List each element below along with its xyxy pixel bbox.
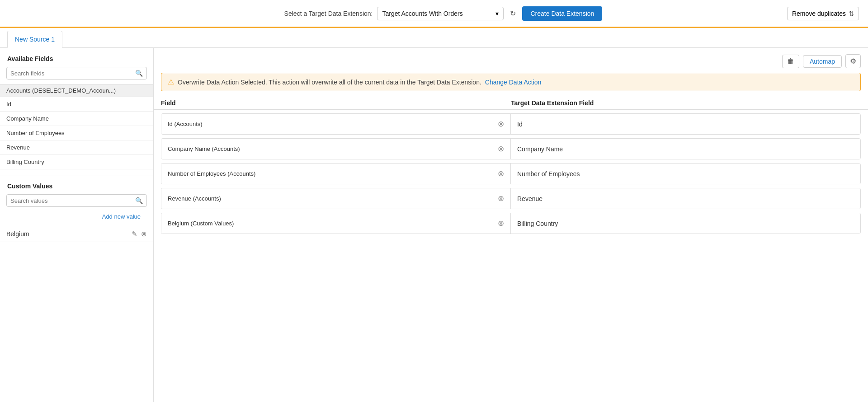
tab-new-source-1[interactable]: New Source 1 xyxy=(7,31,62,48)
edit-value-icon[interactable]: ✎ xyxy=(132,230,137,238)
change-data-action-link[interactable]: Change Data Action xyxy=(485,79,542,86)
refresh-button[interactable]: ↻ xyxy=(508,7,518,19)
custom-values-section: Custom Values 🔍 Add new value Belgium ✎ … xyxy=(0,182,153,242)
mapping-row-id: Id (Accounts) ⊗ Id xyxy=(161,113,861,135)
mapping-source-billing-country: Belgium (Custom Values) ⊗ xyxy=(161,213,511,234)
main-container: Availabe Fields 🔍 Accounts (DESELECT_DEM… xyxy=(0,48,868,402)
field-item-billing-country[interactable]: Billing Country xyxy=(0,155,153,169)
remove-mapping-billing-country[interactable]: ⊗ xyxy=(498,219,504,228)
chevron-down-icon: ▾ xyxy=(495,10,499,17)
target-field-label-company-name: Company Name xyxy=(517,145,563,153)
content-header-actions: 🗑 Automap ⚙ xyxy=(782,54,861,68)
mapping-row-revenue: Revenue (Accounts) ⊗ Revenue xyxy=(161,188,861,209)
mapping-target-billing-country: Billing Country xyxy=(511,213,860,234)
top-bar-center: Select a Target Data Extension: Target A… xyxy=(284,6,603,21)
create-extension-button[interactable]: Create Data Extension xyxy=(522,6,602,21)
search-fields-input[interactable] xyxy=(10,70,133,77)
source-field-label-num-employees: Number of Employees (Accounts) xyxy=(168,170,494,177)
search-values-icon[interactable]: 🔍 xyxy=(135,197,143,204)
search-values-input[interactable] xyxy=(10,197,133,204)
mapping-target-revenue: Revenue xyxy=(511,188,860,209)
custom-value-icons: ✎ ⊗ xyxy=(132,230,147,238)
source-field-label-revenue: Revenue (Accounts) xyxy=(168,195,494,202)
mapping-target-num-employees: Number of Employees xyxy=(511,164,860,184)
warning-icon: ⚠ xyxy=(168,78,174,86)
table-header-field: Field xyxy=(161,99,511,107)
warning-text: Overwrite Data Action Selected. This act… xyxy=(178,79,481,86)
search-fields-box: 🔍 xyxy=(6,67,147,79)
delete-button[interactable]: 🗑 xyxy=(782,55,799,68)
remove-mapping-id[interactable]: ⊗ xyxy=(498,119,504,129)
field-item-num-employees[interactable]: Number of Employees xyxy=(0,126,153,140)
mapping-row-billing-country: Belgium (Custom Values) ⊗ Billing Countr… xyxy=(161,213,861,234)
fields-group-header: Accounts (DESELECT_DEMO_Accoun...) xyxy=(0,84,153,97)
warning-banner: ⚠ Overwrite Data Action Selected. This a… xyxy=(161,73,861,91)
mapping-source-company-name: Company Name (Accounts) ⊗ xyxy=(161,139,511,159)
remove-mapping-company-name[interactable]: ⊗ xyxy=(498,144,504,154)
custom-value-label: Belgium xyxy=(6,230,132,238)
field-item-revenue[interactable]: Revenue xyxy=(0,140,153,155)
available-fields-title: Availabe Fields xyxy=(0,55,153,67)
search-values-box: 🔍 xyxy=(6,194,147,207)
sidebar-divider xyxy=(0,176,153,176)
mapping-rows: Id (Accounts) ⊗ Id Company Name (Account… xyxy=(154,113,868,234)
target-extension-value: Target Accounts With Orders xyxy=(382,10,493,17)
mapping-table-header: Field Target Data Extension Field xyxy=(154,97,868,110)
mapping-target-id: Id xyxy=(511,114,860,134)
remove-mapping-revenue[interactable]: ⊗ xyxy=(498,194,504,203)
mapping-source-revenue: Revenue (Accounts) ⊗ xyxy=(161,188,511,209)
custom-value-belgium: Belgium ✎ ⊗ xyxy=(0,226,153,242)
top-bar: Select a Target Data Extension: Target A… xyxy=(0,0,868,28)
table-header-target: Target Data Extension Field xyxy=(511,99,861,107)
remove-mapping-num-employees[interactable]: ⊗ xyxy=(498,169,504,178)
settings-button[interactable]: ⚙ xyxy=(845,54,861,68)
custom-values-title: Custom Values xyxy=(0,182,153,194)
source-field-label-id: Id (Accounts) xyxy=(168,121,494,127)
remove-duplicates-select[interactable]: Remove duplicates ⇅ xyxy=(787,7,859,20)
target-field-label-billing-country: Billing Country xyxy=(517,220,558,227)
field-item-id[interactable]: Id xyxy=(0,97,153,112)
remove-value-icon[interactable]: ⊗ xyxy=(141,230,147,238)
mapping-source-id: Id (Accounts) ⊗ xyxy=(161,114,511,134)
mapping-row-company-name: Company Name (Accounts) ⊗ Company Name xyxy=(161,138,861,159)
select-extension-label: Select a Target Data Extension: xyxy=(284,10,373,17)
sidebar: Availabe Fields 🔍 Accounts (DESELECT_DEM… xyxy=(0,48,154,402)
add-new-value-button[interactable]: Add new value xyxy=(0,211,147,224)
target-field-label-id: Id xyxy=(517,121,523,128)
content-area: 🗑 Automap ⚙ ⚠ Overwrite Data Action Sele… xyxy=(154,48,868,402)
field-item-company-name[interactable]: Company Name xyxy=(0,112,153,126)
mapping-row-num-employees: Number of Employees (Accounts) ⊗ Number … xyxy=(161,163,861,184)
target-extension-select[interactable]: Target Accounts With Orders ▾ xyxy=(377,7,504,20)
automap-button[interactable]: Automap xyxy=(803,55,842,68)
search-fields-icon[interactable]: 🔍 xyxy=(135,70,143,77)
remove-dup-label: Remove duplicates xyxy=(792,10,846,17)
tab-bar: New Source 1 xyxy=(0,28,868,48)
updown-icon: ⇅ xyxy=(849,10,854,17)
target-field-label-num-employees: Number of Employees xyxy=(517,170,580,178)
source-field-label-company-name: Company Name (Accounts) xyxy=(168,145,494,152)
target-field-label-revenue: Revenue xyxy=(517,195,542,202)
content-header: 🗑 Automap ⚙ xyxy=(154,48,868,73)
mapping-target-company-name: Company Name xyxy=(511,139,860,159)
mapping-source-num-employees: Number of Employees (Accounts) ⊗ xyxy=(161,164,511,184)
source-field-label-billing-country: Belgium (Custom Values) xyxy=(168,220,494,227)
